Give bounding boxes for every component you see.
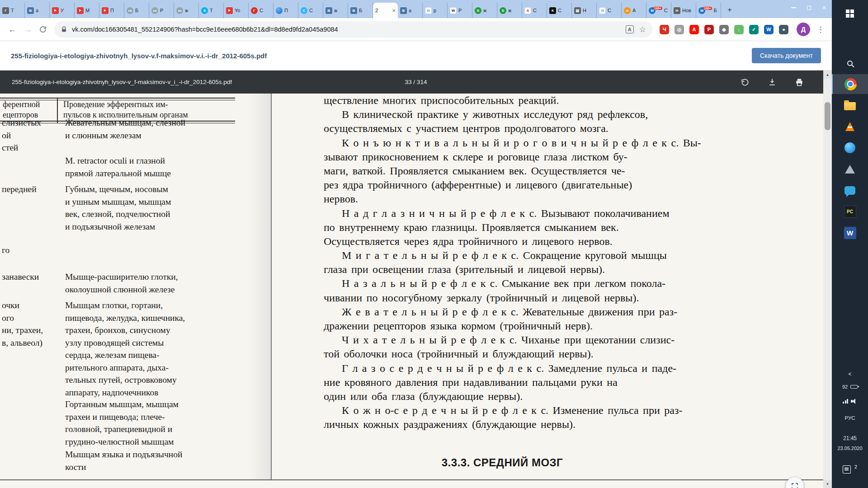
taskbar-word-button[interactable]: W — [832, 223, 868, 243]
browser-tab[interactable]: ННов — [671, 3, 696, 18]
s-favicon: S — [475, 7, 481, 14]
browser-tab[interactable]: П — [99, 3, 124, 18]
print-icon[interactable] — [794, 77, 805, 88]
browser-tab[interactable]: ▤Н — [572, 3, 597, 18]
adobe-acrobat-extension-icon[interactable]: A — [689, 25, 699, 34]
tab-title: С — [558, 8, 561, 13]
browser-tab[interactable]: П — [274, 3, 298, 18]
browser-tab[interactable]: КС — [547, 3, 572, 18]
browser-menu-button[interactable]: ⋮ — [814, 23, 827, 36]
address-bar[interactable]: vk.com/doc166305481_552124906?hash=bcc9e… — [54, 21, 652, 38]
translate-icon[interactable]: A — [626, 25, 634, 33]
reader-extension-icon[interactable]: Ч — [660, 25, 669, 34]
globe-favicon — [276, 7, 283, 14]
browser-tab[interactable]: У — [50, 3, 75, 18]
taskbar-messenger-button[interactable] — [832, 180, 868, 200]
scroll-down-arrow[interactable]: ▼ — [823, 480, 832, 488]
browser-tab[interactable]: WР — [448, 3, 472, 18]
text-line: глаза при освещении глаза (зрительный и … — [324, 263, 736, 277]
browser-tab[interactable]: ВБ — [348, 3, 373, 18]
scrollbar[interactable]: ▲ ▼ — [823, 70, 832, 488]
browser-tab[interactable]: ГС — [249, 3, 274, 18]
table-right-cell: Гортанным мышцам, мышцамтрахеи и пищевод… — [65, 398, 250, 448]
battery-status[interactable]: 92 — [832, 382, 868, 391]
browser-tab[interactable]: Вж — [323, 3, 348, 18]
browser-tab[interactable]: GС — [597, 3, 622, 18]
forward-button[interactable]: → — [20, 22, 35, 37]
browser-tab[interactable]: М — [75, 3, 99, 18]
scrollbar-thumb[interactable] — [825, 102, 830, 130]
browser-tab[interactable]: Sж — [497, 3, 522, 18]
tab-title: С — [664, 8, 668, 13]
taskbar-search-button[interactable] — [832, 53, 868, 73]
tray-expand-button[interactable]: < — [832, 370, 868, 379]
taskbar-vlc-button[interactable] — [832, 117, 868, 136]
browser-tab[interactable]: Sж — [472, 3, 497, 18]
taskbar-media-app-button[interactable] — [832, 159, 868, 179]
table-cell-line: M. retractor oculi и глазной — [65, 155, 250, 167]
browser-tab[interactable]: Ва — [25, 3, 50, 18]
browser-tab[interactable]: Yo — [224, 3, 249, 18]
action-center-button[interactable]: 2 — [832, 464, 868, 475]
refresh-button[interactable] — [35, 22, 51, 37]
browser-tab[interactable]: @А — [622, 3, 646, 18]
tab-title: ж — [185, 8, 188, 13]
browser-tab[interactable]: ГТ — [0, 3, 25, 18]
download-icon[interactable] — [767, 77, 778, 88]
office-extension-icon[interactable]: W — [764, 25, 774, 34]
network-signal-icon[interactable] — [843, 399, 848, 404]
bookmark-star-icon[interactable]: ☆ — [639, 25, 646, 34]
clock-time[interactable]: 21:45 — [832, 435, 868, 442]
browser-tab[interactable]: coР — [149, 3, 174, 18]
camera-extension-icon[interactable]: ● — [779, 25, 788, 34]
taskbar-chrome-button[interactable] — [832, 74, 868, 94]
clock-date[interactable]: 23.05.2020 — [832, 445, 868, 452]
link-favicon: co — [127, 7, 133, 14]
document-title-link[interactable]: 255-fiziologiya-i-etologiya-zhivotnyh_ly… — [11, 52, 267, 60]
g-favicon: G — [599, 7, 606, 14]
language-indicator[interactable]: РУС — [832, 414, 868, 422]
browser-tab[interactable]: SТ — [199, 3, 224, 18]
table-right-cell: Губным, щечным, носовыми ушным мышцам, м… — [65, 183, 250, 233]
rotate-icon[interactable] — [740, 77, 750, 88]
table-cell-line: ни, трахеи, — [2, 324, 61, 337]
table-right-cell: Мышце-расширителю глотки,околоушной слюн… — [65, 271, 250, 296]
window-controls: × — [786, 0, 832, 15]
profile-avatar[interactable]: Д — [797, 23, 810, 36]
pdf-tools — [740, 77, 805, 88]
taskbar-browser-button[interactable] — [832, 138, 868, 158]
tab-close-icon[interactable]: × — [392, 8, 396, 14]
text-line: Ж е в а т е л ь н ы й р е ф л е к с. Жев… — [324, 305, 736, 319]
taskbar-pycharm-button[interactable]: PC — [832, 202, 868, 221]
minimize-button[interactable] — [786, 0, 801, 15]
browser-tab[interactable]: Ва — [398, 3, 423, 18]
browser-tab[interactable]: M100+Б — [696, 3, 721, 18]
browser-tab[interactable]: АС — [522, 3, 547, 18]
active-tab[interactable]: 2× — [373, 3, 398, 18]
table-cell-line: ой — [2, 129, 61, 142]
volume-icon[interactable] — [851, 399, 857, 404]
download-document-button[interactable]: Скачать документ — [752, 48, 821, 63]
maximize-button[interactable] — [801, 0, 816, 15]
browser-tab[interactable]: coж — [174, 3, 199, 18]
clipper-extension-icon[interactable]: ◆ — [719, 25, 729, 34]
browser-tab[interactable]: Gр — [423, 3, 448, 18]
tab-title: У — [61, 8, 64, 13]
new-tab-button[interactable]: + — [724, 4, 736, 16]
table-right-border — [271, 94, 272, 479]
browser-window: ГТВаУМПcoБcoРcoжSТYoГСПССВжВБ2×ВаGрWРSжS… — [0, 0, 832, 488]
start-button[interactable] — [832, 4, 868, 23]
antivirus-extension-icon[interactable]: ✓ — [749, 25, 759, 34]
back-button[interactable]: ← — [5, 22, 20, 37]
browser-tab[interactable]: coБ — [124, 3, 149, 18]
browser-tab[interactable]: СС — [298, 3, 323, 18]
pdf-viewer-extension-icon[interactable]: P — [704, 25, 714, 34]
taskbar-file-explorer-button[interactable] — [832, 95, 868, 115]
savefrom-extension-icon[interactable]: ↓ — [734, 25, 744, 34]
close-button[interactable]: × — [816, 0, 832, 15]
browser-tab[interactable]: M100+С — [646, 3, 671, 18]
tab-title: а — [409, 8, 411, 13]
screenshot-extension-icon[interactable]: ◎ — [675, 25, 684, 34]
scroll-up-arrow[interactable]: ▲ — [823, 70, 832, 79]
tab-title: Т — [210, 8, 213, 13]
